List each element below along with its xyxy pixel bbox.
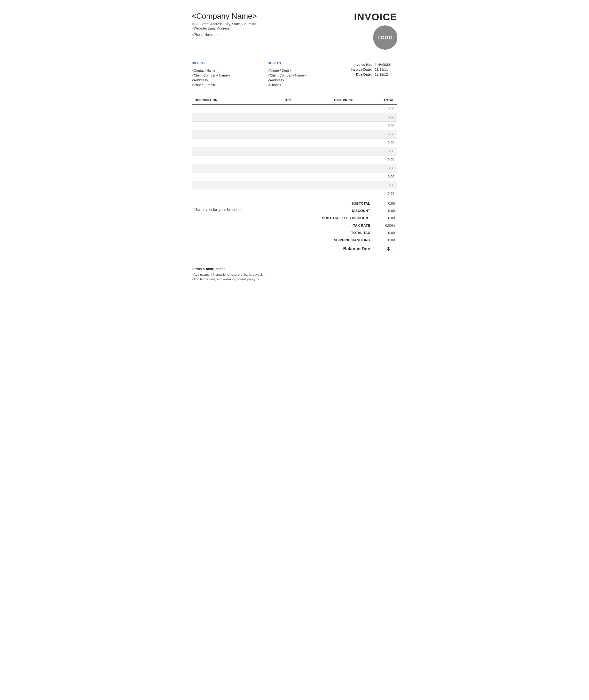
company-phone: <Phone Number> <box>192 33 354 37</box>
row-total: 0.00 <box>356 130 397 139</box>
shipping-row: SHIPPING/HANDLING 0.00 <box>305 236 397 244</box>
items-table: DESCRIPTION QTY UNIT PRICE TOTAL 0.00 0.… <box>192 96 397 198</box>
subtotal-label: SUBTOTAL <box>305 200 373 207</box>
row-description <box>192 113 263 122</box>
terms-section: Terms & Instructions <Add payment instru… <box>192 265 299 281</box>
company-web-email: <Website, Email Address> <box>192 26 354 30</box>
tax-rate-row: TAX RATE 0.00% <box>305 222 397 229</box>
invoice-date-value: 11/11/11 <box>374 67 397 72</box>
balance-due-row: Balance Due $ - <box>305 244 397 253</box>
table-row: 0.00 <box>192 189 397 198</box>
shipping-value: 0.00 <box>373 236 397 244</box>
discount-row: DISCOUNT 0.00 <box>305 207 397 214</box>
table-row: 0.00 <box>192 173 397 181</box>
row-unit-price <box>294 104 356 113</box>
company-info: <Company Name> <123 Street Address, City… <box>192 12 354 37</box>
row-total: 0.00 <box>356 104 397 113</box>
due-date-label: Due Date: <box>344 72 374 77</box>
row-qty <box>263 113 294 122</box>
row-description <box>192 181 263 189</box>
invoice-meta-section: Invoice No: #INV00001 Invoice Date: 11/1… <box>344 61 397 88</box>
table-row: 0.00 <box>192 156 397 164</box>
totals-table: SUBTOTAL 0.00 DISCOUNT 0.00 SUBTOTAL LES… <box>305 200 397 253</box>
table-row: 0.00 <box>192 122 397 130</box>
row-total: 0.00 <box>356 189 397 198</box>
bill-to-contact: <Contact Name> <box>192 68 263 72</box>
row-qty <box>263 147 294 156</box>
terms-title: Terms & Instructions <box>192 267 299 271</box>
items-table-header: DESCRIPTION QTY UNIT PRICE TOTAL <box>192 96 397 104</box>
table-row: 0.00 <box>192 181 397 189</box>
subtotal-row: SUBTOTAL 0.00 <box>305 200 397 207</box>
row-description <box>192 122 263 130</box>
row-total: 0.00 <box>356 113 397 122</box>
row-description <box>192 164 263 173</box>
col-qty-header: QTY <box>263 96 294 104</box>
bill-to-phone-email: <Phone, Email> <box>192 83 263 87</box>
ship-to-company: <Client Company Name> <box>268 73 339 77</box>
header: <Company Name> <123 Street Address, City… <box>192 12 397 50</box>
col-description-header: DESCRIPTION <box>192 96 263 104</box>
due-date-value: 12/12/12 <box>374 72 397 77</box>
table-row: 0.00 <box>192 130 397 139</box>
totals-section: Thank you for your business! SUBTOTAL 0.… <box>192 198 397 253</box>
row-unit-price <box>294 164 356 173</box>
row-unit-price <box>294 189 356 198</box>
row-total: 0.00 <box>356 147 397 156</box>
subtotal-value: 0.00 <box>373 200 397 207</box>
items-header-row: DESCRIPTION QTY UNIT PRICE TOTAL <box>192 96 397 104</box>
ship-to-label: SHIP TO <box>268 61 339 66</box>
terms-line-1: <Add payment instructions here, e.g: ban… <box>192 273 299 276</box>
total-tax-value: 0.00 <box>373 229 397 236</box>
invoice-no-value: #INV00001 <box>374 62 397 67</box>
col-unit-price-header: UNIT PRICE <box>294 96 356 104</box>
row-qty <box>263 189 294 198</box>
row-total: 0.00 <box>356 122 397 130</box>
row-qty <box>263 104 294 113</box>
tax-rate-label: TAX RATE <box>305 222 373 229</box>
row-qty <box>263 139 294 147</box>
ship-to-name: <Name / Dept> <box>268 68 339 72</box>
subtotal-less-row: SUBTOTAL LESS DISCOUNT 0.00 <box>305 214 397 222</box>
table-row: 0.00 <box>192 113 397 122</box>
ship-to-phone: <Phone> <box>268 83 339 87</box>
balance-amount: - <box>393 246 395 251</box>
row-description <box>192 139 263 147</box>
terms-line-2: <Add terms here, e.g: warranty, returns … <box>192 277 299 281</box>
bill-to-company: <Client Company Name> <box>192 73 263 77</box>
invoice-title: INVOICE <box>354 12 397 22</box>
items-table-body: 0.00 0.00 0.00 0.00 0.00 0.00 <box>192 104 397 198</box>
row-unit-price <box>294 130 356 139</box>
table-row: 0.00 <box>192 104 397 113</box>
discount-value: 0.00 <box>373 207 397 214</box>
row-description <box>192 189 263 198</box>
row-description <box>192 173 263 181</box>
table-row: 0.00 <box>192 139 397 147</box>
thank-you-message: Thank you for your business! <box>192 200 305 212</box>
row-qty <box>263 164 294 173</box>
bill-to-section: BILL TO <Contact Name> <Client Company N… <box>192 61 263 88</box>
invoice-no-label: Invoice No: <box>344 62 374 67</box>
row-total: 0.00 <box>356 181 397 189</box>
subtotal-less-value: 0.00 <box>373 214 397 222</box>
row-unit-price <box>294 173 356 181</box>
balance-due-label: Balance Due <box>305 244 373 253</box>
invoice-date-label: Invoice Date: <box>344 67 374 72</box>
col-total-header: TOTAL <box>356 96 397 104</box>
invoice-date-row: Invoice Date: 11/11/11 <box>344 67 397 72</box>
discount-label: DISCOUNT <box>305 207 373 214</box>
row-total: 0.00 <box>356 173 397 181</box>
total-tax-row: TOTAL TAX 0.00 <box>305 229 397 236</box>
row-unit-price <box>294 122 356 130</box>
company-name: <Company Name> <box>192 12 354 21</box>
row-unit-price <box>294 139 356 147</box>
table-row: 0.00 <box>192 147 397 156</box>
row-unit-price <box>294 113 356 122</box>
row-description <box>192 156 263 164</box>
table-row: 0.00 <box>192 164 397 173</box>
invoice-meta-table: Invoice No: #INV00001 Invoice Date: 11/1… <box>344 62 397 77</box>
total-tax-label: TOTAL TAX <box>305 229 373 236</box>
info-section: BILL TO <Contact Name> <Client Company N… <box>192 61 397 88</box>
row-total: 0.00 <box>356 164 397 173</box>
bill-to-address: <Address> <box>192 78 263 82</box>
